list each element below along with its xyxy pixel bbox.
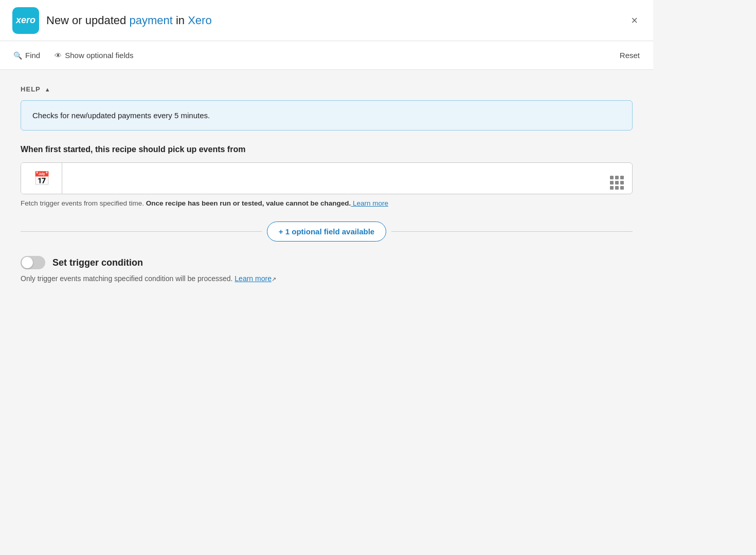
chevron-up-icon: ▲ xyxy=(45,86,51,92)
main-content: HELP ▲ Checks for new/updated payments e… xyxy=(0,70,653,452)
hint-text: Fetch trigger events from specified time… xyxy=(21,199,633,207)
date-input-field[interactable] xyxy=(62,163,601,194)
learn-more-link[interactable]: Learn more xyxy=(351,199,388,207)
calendar-icon-area: 📅 xyxy=(21,163,62,194)
close-button[interactable]: × xyxy=(628,12,641,29)
form-section: When first started, this recipe should p… xyxy=(21,145,633,207)
xero-logo: xero xyxy=(12,7,39,34)
external-link-icon: ↗ xyxy=(272,276,276,283)
hint-normal: Fetch trigger events from specified time… xyxy=(21,199,146,207)
show-optional-fields-button[interactable]: 👁 Show optional fields xyxy=(53,49,134,62)
grid-icon-area[interactable] xyxy=(601,163,632,194)
trigger-description: Only trigger events matching specified c… xyxy=(21,274,633,283)
optional-fields-button[interactable]: + 1 optional field available xyxy=(267,221,386,242)
date-input-row: 📅 xyxy=(21,162,633,194)
page-title: New or updated payment in Xero xyxy=(46,14,212,27)
trigger-section: Set trigger condition Only trigger event… xyxy=(21,256,633,283)
eye-icon: 👁 xyxy=(55,51,62,60)
form-label: When first started, this recipe should p… xyxy=(21,145,633,154)
search-icon: 🔍 xyxy=(13,51,22,60)
divider-line-right xyxy=(391,231,633,232)
reset-button[interactable]: Reset xyxy=(619,49,641,62)
optional-divider: + 1 optional field available xyxy=(21,221,633,242)
header: xero New or updated payment in Xero × xyxy=(0,0,653,41)
trigger-desc-text: Only trigger events matching specified c… xyxy=(21,274,235,283)
toggle-knob xyxy=(22,257,33,268)
help-description: Checks for new/updated payments every 5 … xyxy=(32,111,210,120)
header-left: xero New or updated payment in Xero xyxy=(12,7,212,34)
trigger-label: Set trigger condition xyxy=(52,257,143,268)
toolbar-left: 🔍 Find 👁 Show optional fields xyxy=(12,49,135,62)
find-button[interactable]: 🔍 Find xyxy=(12,49,41,62)
toolbar: 🔍 Find 👁 Show optional fields Reset xyxy=(0,41,653,70)
xero-logo-text: xero xyxy=(16,15,35,26)
help-label: HELP xyxy=(21,85,41,93)
help-header[interactable]: HELP ▲ xyxy=(21,85,633,93)
trigger-header: Set trigger condition xyxy=(21,256,633,269)
help-section: HELP ▲ Checks for new/updated payments e… xyxy=(21,85,633,131)
divider-line-left xyxy=(21,231,262,232)
calendar-icon: 📅 xyxy=(33,171,50,187)
help-box: Checks for new/updated payments every 5 … xyxy=(21,100,633,131)
grid-dots-icon xyxy=(610,176,624,190)
hint-bold: Once recipe has been run or tested, valu… xyxy=(146,199,351,207)
trigger-learn-more-link[interactable]: Learn more xyxy=(235,274,272,283)
trigger-toggle[interactable] xyxy=(21,256,45,269)
